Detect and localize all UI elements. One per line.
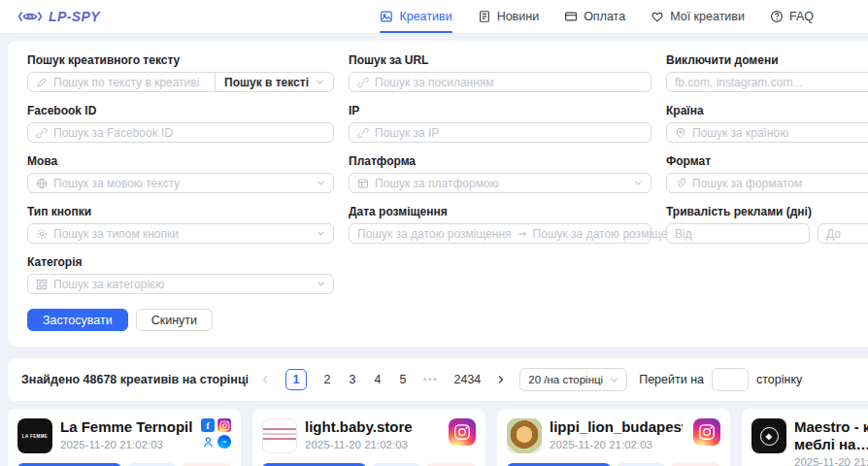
facebook-id-input[interactable] — [53, 126, 325, 140]
page-size-select[interactable]: 20 /на сторінці — [519, 368, 627, 391]
filter-creative-text: Пошук креативного тексту Пошук в тексті — [27, 53, 334, 92]
link-icon — [357, 127, 369, 139]
creative-text-input-wrap — [27, 72, 216, 92]
category-select[interactable]: Пошук за категорією — [27, 274, 334, 294]
creative-card[interactable]: Maestro - кухні, меблі на замовлення в У… — [742, 409, 868, 466]
nav-tab-my-creatives[interactable]: Мої креативи — [651, 0, 745, 33]
nav-label: Новини — [497, 10, 540, 23]
platform-icon — [357, 178, 369, 189]
url-input[interactable] — [375, 76, 643, 89]
chevron-down-icon — [317, 280, 325, 288]
avatar — [262, 418, 297, 453]
platform-select[interactable]: Пошук за платформою — [349, 173, 651, 193]
page-2[interactable]: 2 — [322, 373, 332, 386]
chevron-down-icon — [317, 229, 325, 238]
translate-icon — [36, 178, 48, 189]
date-from-placeholder: Пошук за датою розміщення — [357, 227, 512, 241]
results-summary: Знайдено 48678 креативів на сторінці — [21, 373, 249, 386]
card-socials: f — [201, 418, 231, 449]
goto-suffix: сторінку — [756, 373, 802, 386]
brand-logo[interactable]: LP-SPY — [17, 9, 100, 24]
card-title: Maestro - кухні, меблі на замовлення в У… — [794, 418, 868, 453]
country-input-wrap — [666, 122, 868, 143]
duration-to-input[interactable] — [826, 227, 868, 241]
eye-logo-icon — [17, 9, 43, 24]
duration-from-input[interactable] — [675, 227, 801, 241]
apply-button[interactable]: Застосувати — [27, 309, 128, 331]
field-label: Пошук за URL — [349, 53, 651, 67]
card-date: 2025-11-20 21:02:03 — [60, 439, 193, 450]
filter-language: Мова Пошук за мовою тексту — [27, 154, 334, 193]
chevron-down-icon — [316, 78, 324, 86]
date-range-picker[interactable]: Пошук за датою розміщення Пошук за датою… — [349, 223, 651, 244]
chevron-down-icon — [634, 179, 643, 187]
creative-card[interactable]: lippi_lion_budapest 2025-11-20 21:02:03 … — [497, 409, 730, 466]
reset-button[interactable]: Скинути — [136, 309, 213, 331]
cards-row: LA FEMME La Femme Ternopil 2025-11-20 21… — [8, 409, 868, 466]
filter-facebook-id: Facebook ID — [27, 104, 334, 143]
nav-tab-faq[interactable]: FAQ — [770, 0, 814, 33]
filter-platform: Платформа Пошук за платформою — [349, 154, 651, 193]
field-label: Мова — [27, 154, 334, 168]
page-5[interactable]: 5 — [398, 373, 408, 386]
heart-icon — [651, 10, 664, 23]
search-mode-select[interactable]: Пошук в тексті — [215, 72, 334, 92]
button-type-select[interactable]: Пошук за типом кнопки — [27, 223, 334, 244]
search-mode-value: Пошук в тексті — [224, 76, 309, 89]
card-socials — [690, 418, 720, 446]
field-label: Формат — [666, 154, 868, 168]
prev-page-button[interactable] — [260, 375, 270, 384]
creative-card[interactable]: light.baby.store 2025-11-20 21:02:03 3 d… — [252, 409, 485, 466]
page-4[interactable]: 4 — [373, 373, 383, 386]
map-pin-icon — [675, 127, 686, 139]
page-3[interactable]: 3 — [348, 373, 357, 386]
language-select[interactable]: Пошук за мовою тексту — [27, 173, 334, 193]
nav-tab-news[interactable]: Новини — [478, 0, 540, 33]
select-placeholder: Пошук за мовою тексту — [53, 177, 311, 190]
filter-button-type: Тип кнопки Пошук за типом кнопки — [27, 205, 334, 244]
goto-page: Перейти на сторінку — [639, 368, 802, 391]
ip-input[interactable] — [375, 126, 643, 140]
exclude-domains-input[interactable] — [675, 76, 868, 89]
country-input[interactable] — [692, 126, 868, 140]
card-title: light.baby.store — [305, 418, 438, 436]
facebook-id-input-wrap — [27, 122, 334, 143]
nav-label: Креативи — [399, 10, 451, 23]
avatar: LA FEMME — [17, 418, 52, 453]
creative-card[interactable]: LA FEMME La Femme Ternopil 2025-11-20 21… — [8, 409, 241, 466]
filter-category: Категорія Пошук за категорією — [27, 255, 334, 294]
nav-tab-payment[interactable]: Оплата — [564, 0, 625, 33]
facebook-icon: f — [201, 418, 215, 432]
field-label: Країна — [666, 104, 868, 117]
card-date: 2025-11-20 21:02:03 — [794, 456, 868, 466]
goto-page-input[interactable] — [712, 368, 749, 391]
page-1[interactable]: 1 — [285, 369, 307, 390]
credit-card-icon — [564, 10, 578, 23]
app-header: LP-SPY Креативи Новини Оплата Мої креати… — [0, 0, 868, 33]
next-page-button[interactable] — [496, 375, 506, 384]
chevron-down-icon — [610, 376, 618, 384]
format-input[interactable] — [692, 177, 868, 190]
ip-input-wrap — [349, 122, 651, 143]
pager: 1 2 3 4 5 ••• 2434 — [260, 369, 506, 390]
nav-label: Мої креативи — [670, 10, 745, 23]
field-label: Тип кнопки — [27, 205, 334, 218]
field-label: Тривалість реклами (дні) — [666, 205, 868, 218]
field-label: Виключити домени — [666, 53, 868, 67]
nav-tab-creatives[interactable]: Креативи — [380, 0, 451, 33]
creative-text-input[interactable] — [53, 76, 207, 89]
arrow-right-icon — [517, 229, 527, 239]
filter-placement-date: Дата розміщення Пошук за датою розміщенн… — [349, 205, 651, 244]
filter-country: Країна — [666, 104, 868, 143]
page-last[interactable]: 2434 — [454, 373, 482, 386]
card-title: La Femme Ternopil — [60, 418, 193, 436]
field-label: Категорія — [27, 255, 334, 269]
date-to-placeholder: Пошук за датою розміщення — [533, 227, 687, 241]
url-input-wrap — [349, 72, 651, 92]
brand-name: LP-SPY — [49, 9, 100, 24]
grid-icon — [36, 279, 48, 290]
audience-icon — [201, 435, 215, 449]
filter-exclude-domains: Виключити домени — [666, 53, 868, 92]
pencil-icon — [36, 77, 48, 88]
card-socials — [446, 418, 476, 446]
